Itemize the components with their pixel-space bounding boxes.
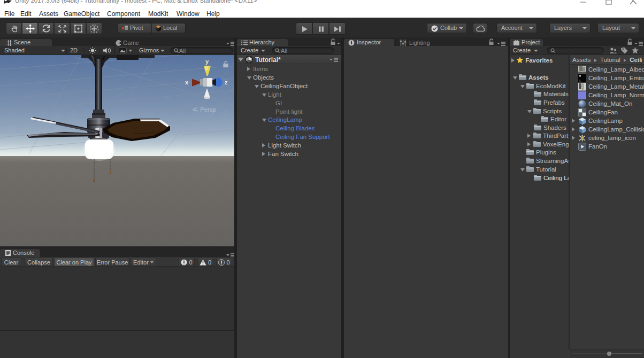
svg-text:y: y <box>205 58 209 65</box>
svg-text:z: z <box>225 79 228 85</box>
svg-text:Persp: Persp <box>200 106 216 113</box>
svg-text:x: x <box>185 79 189 85</box>
